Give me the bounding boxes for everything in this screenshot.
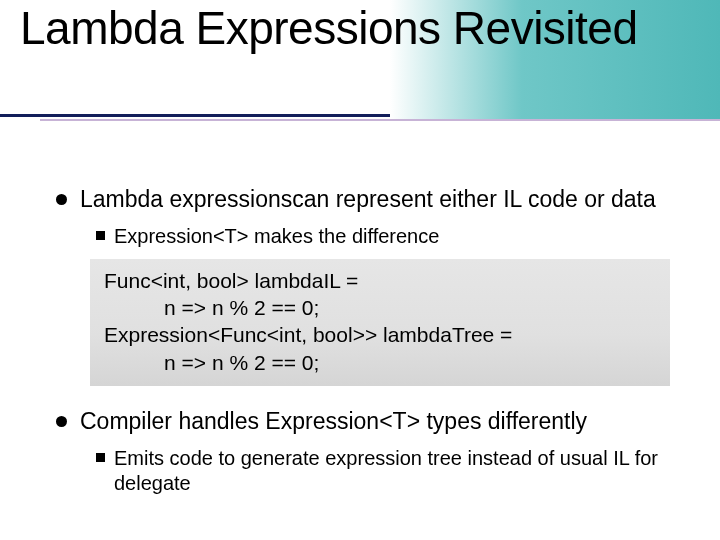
code-box: Func<int, bool> lambdaIL = n => n % 2 ==… [90, 259, 670, 386]
bullet-2-text: Compiler handles Expression<T> types dif… [80, 408, 587, 434]
bullet-1-sub-1: Expression<T> makes the difference [96, 224, 680, 249]
title-rule-dark [0, 114, 390, 117]
code-line-3: Expression<Func<int, bool>> lambdaTree = [104, 321, 656, 348]
bullet-1-text: Lambda expressionscan represent either I… [80, 186, 656, 212]
code-line-2: n => n % 2 == 0; [104, 294, 656, 321]
code-line-4: n => n % 2 == 0; [104, 349, 656, 376]
bullet-1-sub-1-text: Expression<T> makes the difference [114, 225, 439, 247]
bullet-2-sub-1: Emits code to generate expression tree i… [96, 446, 680, 496]
code-line-1: Func<int, bool> lambdaIL = [104, 267, 656, 294]
slide-title: Lambda Expressions Revisited [0, 0, 720, 52]
bullet-1: Lambda expressionscan represent either I… [60, 186, 680, 214]
title-rule-light [40, 119, 720, 121]
bullet-2-sub-1-text: Emits code to generate expression tree i… [114, 447, 658, 494]
bullet-2: Compiler handles Expression<T> types dif… [60, 408, 680, 436]
